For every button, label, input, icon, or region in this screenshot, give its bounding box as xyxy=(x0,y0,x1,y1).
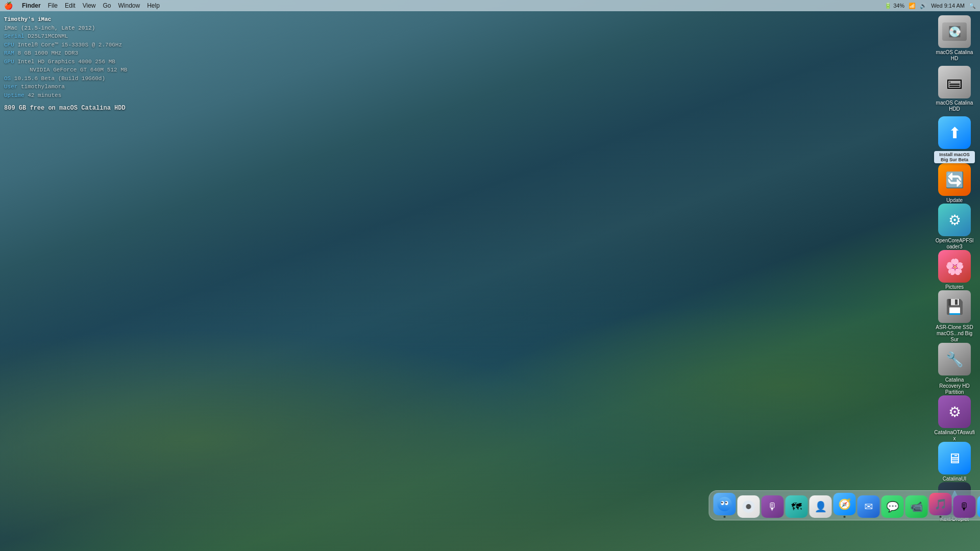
dock-icon-appstore: A xyxy=(977,495,981,518)
dock-icon-music: 🎵 xyxy=(929,493,952,515)
sysinfo-title: Timothy's iMac xyxy=(4,15,127,24)
dock-icon-facetime: 📹 xyxy=(905,495,928,518)
dock-icon-messages: 💬 xyxy=(881,495,904,518)
dock: 🎙 🗺 👤 🧭 ✉ 💬 📹 🎵 xyxy=(709,490,981,520)
menubar-view[interactable]: View xyxy=(83,2,96,9)
sysinfo-gpu1: GPU Intel HD Graphics 4000 256 MB xyxy=(4,58,127,66)
desktop-icon-recovery[interactable]: 🔧 Catalina Recovery HD Partition xyxy=(934,343,975,395)
desktop-icon-label-pictures: Pictures xyxy=(945,284,964,290)
desktop-icon-label-catalina-hd: macOS Catalina HD xyxy=(934,49,975,62)
desktop-icon-label-catalinaota: CatalinaOTAswufix xyxy=(934,430,975,442)
menubar-wifi: 📶 xyxy=(909,3,916,9)
dock-icon-mail: ✉ xyxy=(857,495,880,518)
menubar-edit[interactable]: Edit xyxy=(65,2,76,9)
svg-point-7 xyxy=(721,502,723,504)
sysinfo-os: OS 10.15.6 Beta (Build 19G60d) xyxy=(4,74,127,83)
desktop-icon-opencore[interactable]: ⚙ OpenCoreAPFSloader3 xyxy=(934,204,975,250)
menubar-left: 🍎 Finder File Edit View Go Window Help xyxy=(4,2,160,10)
dock-icon-podcasts: 🎙 xyxy=(953,495,976,518)
dock-icon-safari: 🧭 xyxy=(834,493,856,515)
system-info-panel: Timothy's iMac iMac (21.5-inch, Late 201… xyxy=(4,15,127,113)
sysinfo-gpu2: NVIDIA GeForce GT 640M 512 MB xyxy=(4,66,127,74)
dock-icon-maps: 🗺 xyxy=(786,495,808,518)
sysinfo-serial: Serial D25L71MCDNML xyxy=(4,32,127,41)
desktop-icon-catalina-hd[interactable]: 💽 macOS Catalina HD xyxy=(934,15,975,62)
dock-item-music[interactable]: 🎵 xyxy=(929,493,952,518)
install-banner: Install macOS Big Sur Beta xyxy=(934,151,975,163)
svg-point-8 xyxy=(725,502,727,504)
sysinfo-model: iMac (21.5-inch, Late 2012) xyxy=(4,24,127,33)
dock-icon-finder xyxy=(714,493,736,515)
desktop-icon-label-recovery: Catalina Recovery HD Partition xyxy=(934,377,975,395)
desktop-icon-asr-clone[interactable]: 💾 ASR-Clone SSD macOS...nd Big Sur xyxy=(934,290,975,343)
dock-item-launchpad[interactable] xyxy=(738,495,760,518)
dock-item-messages[interactable]: 💬 xyxy=(881,495,904,518)
dock-icon-contacts: 👤 xyxy=(810,495,832,518)
sysinfo-ram: RAM 8 GB 1600 MHz DDR3 xyxy=(4,49,127,58)
sysinfo-cpu: CPU Intel® Core™ i5-3330S @ 2.70GHz xyxy=(4,41,127,49)
dock-icon-siri: 🎙 xyxy=(762,495,784,518)
menubar-file[interactable]: File xyxy=(48,2,58,9)
desktop-icon-catalina-hdd[interactable]: 🖴 macOS Catalina HDD xyxy=(934,66,975,112)
svg-point-10 xyxy=(746,504,751,509)
landscape-overlay xyxy=(0,0,980,551)
dock-item-mail[interactable]: ✉ xyxy=(857,495,880,518)
desktop-icon-label-catalinaui: CatalinaUI xyxy=(943,476,967,482)
menubar-right: 🔋 34% 📶 🔊 Wed 9:14 AM 🔍 xyxy=(885,3,976,9)
desktop-icon-label-asr-clone: ASR-Clone SSD macOS...nd Big Sur xyxy=(934,324,975,343)
desktop-icon-update[interactable]: 🔄 Update xyxy=(934,163,975,204)
desktop-icon-label-catalina-hdd: macOS Catalina HDD xyxy=(934,100,975,112)
desktop-icon-pictures[interactable]: 🌸 Pictures xyxy=(934,250,975,290)
menubar-time: Wed 9:14 AM xyxy=(931,3,965,9)
dock-item-appstore[interactable]: A xyxy=(977,495,981,518)
sysinfo-storage: 809 GB free on macOS Catalina HDD xyxy=(4,104,127,113)
menubar: 🍎 Finder File Edit View Go Window Help 🔋… xyxy=(0,0,980,11)
dock-dot-finder xyxy=(724,516,726,518)
sysinfo-user: User timothylamora xyxy=(4,83,127,91)
menubar-battery: 🔋 34% xyxy=(885,3,904,9)
dock-dot-safari xyxy=(844,516,846,518)
desktop-icon-label-opencore: OpenCoreAPFSloader3 xyxy=(934,238,975,250)
dock-item-facetime[interactable]: 📹 xyxy=(905,495,928,518)
menubar-search-icon[interactable]: 🔍 xyxy=(969,3,976,9)
sysinfo-uptime: Uptime 42 minutes xyxy=(4,91,127,100)
dock-item-maps[interactable]: 🗺 xyxy=(786,495,808,518)
dock-item-siri[interactable]: 🎙 xyxy=(762,495,784,518)
menubar-window[interactable]: Window xyxy=(118,2,140,9)
dock-icon-launchpad xyxy=(738,495,760,518)
dock-item-contacts[interactable]: 👤 xyxy=(810,495,832,518)
desktop-icon-catalinaota[interactable]: ⚙ CatalinaOTAswufix xyxy=(934,395,975,442)
svg-point-4 xyxy=(718,497,732,511)
menubar-help[interactable]: Help xyxy=(147,2,160,9)
desktop-icon-label-update: Update xyxy=(946,197,963,204)
desktop-icons-right: 💽 macOS Catalina HD 🖴 macOS Catalina HDD… xyxy=(934,15,975,522)
menubar-go[interactable]: Go xyxy=(103,2,111,9)
dock-item-podcasts[interactable]: 🎙 xyxy=(953,495,976,518)
desktop-icon-catalinaui[interactable]: 🖥 CatalinaUI xyxy=(934,442,975,482)
menubar-volume: 🔊 xyxy=(920,3,927,9)
dock-dot-music xyxy=(940,516,942,518)
desktop-icon-install-macos[interactable]: ⬆ Install macOS Big Sur Beta 🔄 Update ⚙ … xyxy=(934,116,975,522)
menubar-finder[interactable]: Finder xyxy=(22,2,41,9)
dock-item-safari[interactable]: 🧭 xyxy=(834,493,856,518)
dock-item-finder[interactable] xyxy=(714,493,736,518)
apple-menu-icon[interactable]: 🍎 xyxy=(4,2,13,10)
